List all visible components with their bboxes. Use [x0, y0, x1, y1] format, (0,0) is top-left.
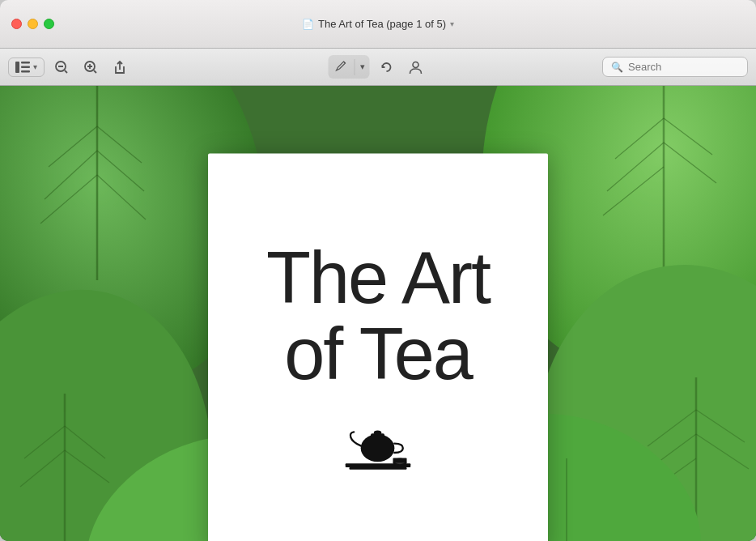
svg-rect-2: [21, 66, 30, 68]
rotate-icon: [380, 60, 394, 75]
window-title-area: 📄 The Art of Tea (page 1 of 5) ▾: [302, 18, 454, 30]
search-container: 🔍: [602, 57, 748, 77]
document-title: The Art of Tea: [266, 239, 490, 392]
svg-point-50: [374, 430, 381, 435]
zoom-out-button[interactable]: [49, 57, 74, 78]
titlebar: 📄 The Art of Tea (page 1 of 5) ▾: [0, 0, 756, 49]
svg-point-48: [361, 434, 395, 462]
share-icon: [113, 60, 127, 75]
markup-tool-group: ▾: [329, 55, 428, 79]
search-box[interactable]: 🔍: [602, 57, 748, 77]
markup-button-group: ▾: [329, 55, 370, 79]
svg-line-11: [344, 62, 346, 63]
main-content: The Art of Tea: [0, 86, 756, 541]
rotate-button[interactable]: [375, 57, 399, 78]
search-icon: 🔍: [611, 62, 623, 73]
contact-button[interactable]: [404, 57, 428, 78]
window-title: The Art of Tea (page 1 of 5): [318, 18, 446, 30]
svg-rect-1: [21, 62, 30, 64]
markup-chevron-button[interactable]: ▾: [355, 58, 370, 75]
maximize-button[interactable]: [44, 19, 54, 29]
tea-kettle-icon: [342, 416, 414, 473]
pen-icon: [335, 59, 348, 72]
svg-rect-0: [15, 62, 19, 73]
svg-rect-53: [393, 458, 406, 462]
sidebar-toggle-button[interactable]: ▾: [8, 58, 45, 77]
svg-rect-47: [349, 466, 406, 469]
sidebar-icon: [15, 62, 30, 73]
document-page: The Art of Tea: [208, 154, 548, 542]
person-icon: [409, 60, 423, 75]
zoom-out-icon: [54, 60, 69, 75]
sidebar-chevron-icon: ▾: [33, 62, 37, 71]
toolbar: ▾: [0, 49, 756, 86]
close-button[interactable]: [11, 19, 22, 29]
teapot-svg: [342, 416, 414, 473]
svg-line-6: [65, 70, 67, 73]
search-input[interactable]: [628, 61, 741, 73]
minimize-button[interactable]: [28, 19, 38, 29]
zoom-in-button[interactable]: [79, 57, 103, 78]
document-icon: 📄: [302, 19, 314, 30]
svg-rect-3: [21, 70, 30, 73]
svg-point-12: [413, 62, 418, 67]
title-chevron-icon[interactable]: ▾: [450, 19, 454, 28]
svg-line-10: [94, 70, 96, 73]
zoom-in-icon: [83, 60, 98, 75]
traffic-lights: [0, 19, 54, 29]
share-button[interactable]: [108, 57, 132, 78]
markup-button[interactable]: [329, 55, 355, 79]
